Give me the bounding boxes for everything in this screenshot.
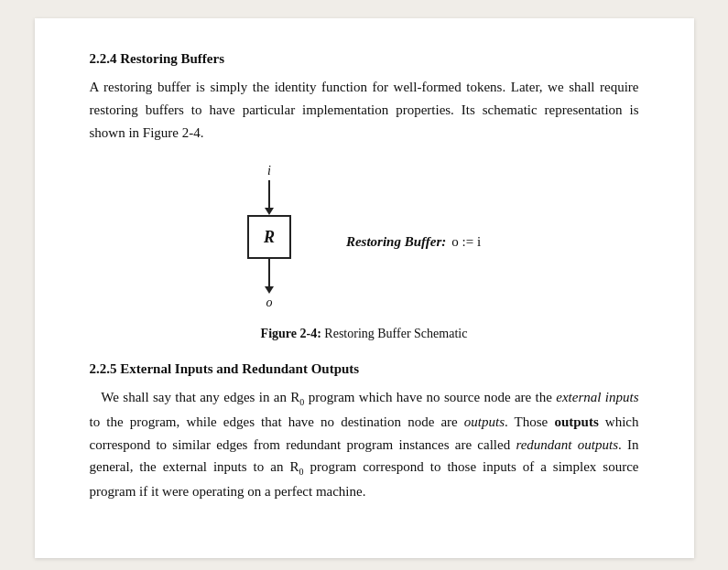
arrow-top	[265, 180, 274, 215]
input-label: i	[267, 164, 271, 178]
section-2-2-5-para-1: We shall say that any edges in an R0 pro…	[90, 386, 639, 502]
arrow-bottom-line	[268, 259, 270, 286]
buffer-box: R	[247, 215, 291, 259]
arrow-top-line	[268, 180, 270, 208]
buffer-formula: Restoring Buffer: o := i	[346, 234, 481, 250]
figure-caption-text: Restoring Buffer Schematic	[324, 327, 467, 340]
page: 2.2.4 Restoring Buffers A restoring buff…	[35, 18, 694, 558]
arrow-bottom	[265, 259, 274, 294]
buffer-diagram: i R o	[247, 164, 291, 310]
output-label: o	[266, 296, 272, 310]
section-2-2-4-para-1: A restoring buffer is simply the identit…	[90, 76, 639, 144]
formula-value: o := i	[451, 234, 481, 250]
section-2-2-5-title: 2.2.5 External Inputs and Redundant Outp…	[90, 361, 639, 377]
formula-label: Restoring Buffer:	[346, 234, 446, 250]
arrow-head-top	[265, 208, 274, 215]
section-2-2-5-gap: 2.2.5 External Inputs and Redundant Outp…	[90, 361, 639, 502]
arrow-head-bottom	[265, 286, 274, 294]
figure-caption: Figure 2-4: Restoring Buffer Schematic	[261, 327, 468, 341]
section-2-2-4-title: 2.2.4 Restoring Buffers	[90, 51, 639, 67]
figure-label: Figure 2-4:	[261, 327, 321, 340]
figure-row: i R o Restoring Buffer: o := i	[247, 164, 481, 310]
figure-2-4-area: i R o Restoring Buffer: o := i	[90, 164, 639, 341]
